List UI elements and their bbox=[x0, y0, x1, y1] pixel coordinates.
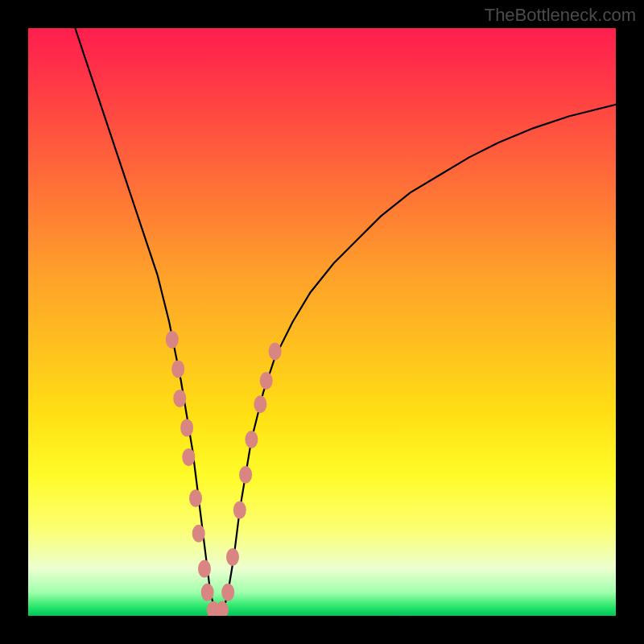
curve-marker bbox=[189, 489, 202, 507]
curve-marker bbox=[201, 584, 214, 601]
curve-marker bbox=[226, 548, 239, 566]
curve-marker bbox=[221, 584, 234, 601]
bottleneck-curve-path bbox=[75, 28, 616, 616]
curve-marker bbox=[182, 448, 195, 466]
chart-frame: TheBottleneck.com bbox=[0, 0, 644, 644]
curve-marker bbox=[171, 360, 184, 378]
curve-marker bbox=[233, 502, 246, 519]
curve-svg bbox=[28, 28, 616, 616]
curve-marker bbox=[180, 419, 193, 436]
curve-marker bbox=[192, 525, 205, 543]
curve-marker bbox=[173, 390, 186, 407]
curve-marker bbox=[254, 395, 266, 413]
curve-marker bbox=[245, 431, 258, 448]
curve-marker bbox=[216, 601, 229, 616]
curve-marker bbox=[239, 466, 252, 484]
curve-marker bbox=[260, 372, 273, 390]
plot-area bbox=[28, 28, 616, 616]
curve-marker bbox=[166, 331, 179, 349]
curve-marker bbox=[269, 343, 282, 361]
watermark-text: TheBottleneck.com bbox=[485, 5, 636, 26]
curve-marker bbox=[198, 560, 211, 578]
curve-markers bbox=[166, 331, 282, 616]
